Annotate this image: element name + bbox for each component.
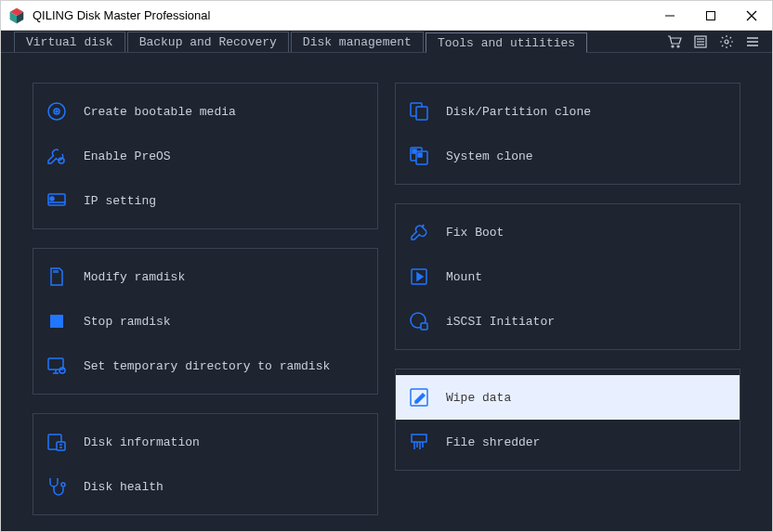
tool-system-clone[interactable]: System clone bbox=[396, 134, 740, 178]
svg-point-9 bbox=[677, 45, 679, 47]
list-icon[interactable] bbox=[692, 33, 709, 50]
tool-label: Disk health bbox=[84, 480, 164, 494]
tool-disk-information[interactable]: Disk information bbox=[33, 420, 377, 464]
svg-rect-34 bbox=[57, 442, 65, 450]
tool-label: Disk/Partition clone bbox=[446, 105, 591, 119]
stethoscope-icon bbox=[45, 474, 69, 499]
panel-clone-group: Disk/Partition clone System clone bbox=[395, 83, 740, 185]
svg-rect-43 bbox=[418, 153, 422, 157]
tab-disk-management[interactable]: Disk management bbox=[291, 32, 424, 52]
content-area: Create bootable media Enable PreOS IP se… bbox=[1, 53, 772, 532]
stop-icon bbox=[45, 309, 69, 333]
tab-backup-recovery[interactable]: Backup and Recovery bbox=[127, 32, 289, 52]
toolbar-icons bbox=[666, 31, 772, 52]
tool-label: Disk information bbox=[84, 435, 200, 449]
monitor-icon bbox=[45, 188, 69, 213]
panel-wipe-group: Wipe data File shredder bbox=[395, 369, 740, 471]
app-logo-icon bbox=[8, 7, 25, 24]
tool-label: Wipe data bbox=[446, 391, 511, 405]
tool-mount[interactable]: Mount bbox=[396, 254, 740, 299]
svg-point-8 bbox=[672, 45, 674, 47]
tool-label: Create bootable media bbox=[84, 105, 236, 119]
tool-partition-clone[interactable]: Disk/Partition clone bbox=[396, 89, 740, 134]
svg-rect-5 bbox=[707, 11, 715, 19]
tool-label: Stop ramdisk bbox=[84, 315, 171, 329]
sdcard-icon bbox=[45, 265, 69, 289]
window-controls bbox=[649, 1, 772, 31]
wrench-icon bbox=[407, 220, 431, 244]
tool-label: File shredder bbox=[446, 435, 540, 449]
panel-boot-group: Create bootable media Enable PreOS IP se… bbox=[33, 83, 378, 229]
tool-label: Enable PreOS bbox=[84, 149, 171, 163]
maximize-button[interactable] bbox=[690, 1, 731, 31]
close-button[interactable] bbox=[731, 1, 772, 31]
tool-stop-ramdisk[interactable]: Stop ramdisk bbox=[33, 299, 377, 344]
left-column: Create bootable media Enable PreOS IP se… bbox=[33, 83, 378, 515]
svg-rect-28 bbox=[50, 315, 63, 328]
clone-icon bbox=[407, 99, 431, 123]
edit-icon bbox=[407, 385, 431, 409]
svg-point-24 bbox=[50, 197, 54, 201]
panel-mount-group: Fix Boot Mount iSCSI Initiator bbox=[395, 203, 740, 350]
svg-rect-47 bbox=[421, 323, 427, 330]
tool-create-bootable-media[interactable]: Create bootable media bbox=[33, 89, 377, 134]
tool-label: Mount bbox=[446, 270, 482, 284]
tool-disk-health[interactable]: Disk health bbox=[33, 464, 377, 509]
cart-icon[interactable] bbox=[666, 33, 683, 50]
svg-point-37 bbox=[61, 483, 65, 487]
tab-virtual-disk[interactable]: Virtual disk bbox=[14, 32, 125, 52]
panel-ramdisk-group: Modify ramdisk Stop ramdisk Set temporar… bbox=[33, 248, 378, 395]
shredder-icon bbox=[407, 430, 431, 454]
tool-set-temp-dir[interactable]: Set temporary directory to ramdisk bbox=[33, 344, 377, 388]
tool-enable-preos[interactable]: Enable PreOS bbox=[33, 134, 377, 178]
wrench-gear-icon bbox=[45, 144, 69, 168]
svg-point-32 bbox=[59, 368, 65, 373]
tool-modify-ramdisk[interactable]: Modify ramdisk bbox=[33, 254, 377, 299]
tool-wipe-data[interactable]: Wipe data bbox=[396, 375, 740, 420]
tool-label: Modify ramdisk bbox=[84, 270, 185, 284]
disc-icon bbox=[45, 99, 69, 123]
tool-label: Fix Boot bbox=[446, 226, 504, 240]
titlebar: QILING Disk Master Professional bbox=[1, 1, 772, 31]
panel-disk-info-group: Disk information Disk health bbox=[33, 413, 378, 515]
minimize-button[interactable] bbox=[649, 1, 690, 31]
right-column: Disk/Partition clone System clone Fix Bo… bbox=[395, 83, 740, 515]
tab-tools-utilities[interactable]: Tools and utilities bbox=[426, 32, 587, 53]
svg-rect-49 bbox=[412, 435, 426, 442]
tabbar: Virtual disk Backup and Recovery Disk ma… bbox=[1, 31, 772, 53]
tool-iscsi-initiator[interactable]: iSCSI Initiator bbox=[396, 299, 740, 344]
tool-label: Set temporary directory to ramdisk bbox=[84, 359, 330, 373]
tool-file-shredder[interactable]: File shredder bbox=[396, 420, 740, 464]
tool-fix-boot[interactable]: Fix Boot bbox=[396, 210, 740, 254]
tool-label: IP setting bbox=[84, 194, 156, 208]
svg-point-14 bbox=[725, 40, 728, 44]
drive-info-icon bbox=[45, 430, 69, 454]
play-icon bbox=[407, 265, 431, 289]
svg-point-20 bbox=[56, 110, 58, 112]
tool-label: iSCSI Initiator bbox=[446, 315, 555, 329]
system-clone-icon bbox=[407, 144, 431, 168]
gear-icon[interactable] bbox=[718, 33, 735, 50]
tool-label: System clone bbox=[446, 149, 533, 163]
iscsi-icon bbox=[407, 309, 431, 333]
svg-rect-39 bbox=[416, 107, 427, 120]
tool-ip-setting[interactable]: IP setting bbox=[33, 178, 377, 223]
window-title: QILING Disk Master Professional bbox=[33, 8, 649, 22]
monitor-gear-icon bbox=[45, 354, 69, 378]
menu-icon[interactable] bbox=[744, 33, 761, 50]
svg-marker-45 bbox=[417, 273, 423, 280]
